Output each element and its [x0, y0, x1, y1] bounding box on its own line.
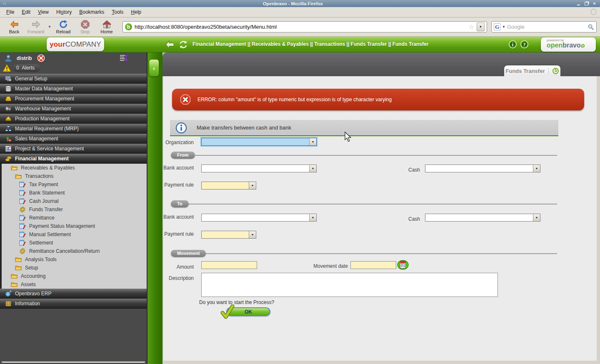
- sales-icon: %: [5, 135, 12, 142]
- project-icon: [5, 145, 12, 152]
- sidebar-item-label: Financial Management: [15, 156, 69, 162]
- sidebar-item-label: Material Requirement (MRP): [15, 126, 79, 132]
- sidebar-item-general-setup[interactable]: General Setup: [0, 74, 147, 84]
- url-dropdown-icon[interactable]: ▼: [477, 22, 485, 31]
- sidebar-item-production-management[interactable]: Production Management: [0, 114, 147, 124]
- info-icon[interactable]: i: [509, 40, 517, 48]
- sidebar-item-project-service-management[interactable]: Project & Service Management: [0, 144, 147, 154]
- error-icon: [180, 94, 191, 105]
- ok-button[interactable]: OK: [226, 307, 270, 316]
- sidebar-item-remittance[interactable]: Remittance: [0, 214, 147, 222]
- info-circle-icon: [175, 122, 187, 134]
- info-text: Make transfers between cash and bank: [197, 125, 291, 131]
- description-textarea[interactable]: [201, 273, 498, 297]
- sidebar-item-remittance-cancellation-return[interactable]: Remittance Cancellation/Return: [0, 247, 147, 255]
- sidebar-item-sales-management[interactable]: %Sales Management: [0, 134, 147, 144]
- chevron-down-icon: ▼: [309, 214, 316, 221]
- sidebar-item-label: Information: [15, 301, 40, 307]
- menu-file[interactable]: File: [2, 7, 18, 17]
- to-payment-rule-select[interactable]: ▼: [201, 231, 256, 239]
- restore-icon[interactable]: [584, 1, 589, 6]
- calendar-icon[interactable]: 31: [397, 260, 409, 270]
- warning-icon: [2, 64, 11, 72]
- financial-icon: [5, 155, 12, 162]
- form-icon: [19, 231, 26, 238]
- sidebar-item-label: Remittance: [29, 215, 55, 221]
- amount-input[interactable]: [201, 261, 257, 269]
- sidebar-item-openbravo-erp[interactable]: Openbravo ERP: [0, 289, 147, 299]
- search-icon[interactable]: [588, 24, 594, 30]
- sidebar-menu: General SetupMaster Data ManagementProcu…: [0, 74, 147, 309]
- sidebar-item-label: Sales Management: [15, 136, 58, 142]
- sidebar-item-assets[interactable]: Assets: [0, 280, 147, 289]
- to-bank-account-select[interactable]: ▼: [201, 214, 317, 222]
- menu-tools[interactable]: Tools: [108, 7, 127, 17]
- google-icon: G: [494, 23, 500, 30]
- sidebar-item-cash-journal[interactable]: Cash Journal: [0, 197, 147, 205]
- sidebar-item-financial-management[interactable]: Financial Management: [0, 154, 147, 164]
- sidebar-item-procurement-management[interactable]: Procurement Management: [0, 94, 147, 104]
- from-cash-select[interactable]: ▼: [425, 165, 540, 172]
- sidebar-scrollbar[interactable]: [2, 362, 145, 363]
- svg-text:%: %: [9, 139, 11, 142]
- menu-history[interactable]: History: [52, 7, 75, 17]
- sidebar-item-transactions[interactable]: Transactions: [0, 172, 147, 180]
- reload-button[interactable]: Reload: [52, 18, 74, 36]
- movement-date-input[interactable]: [350, 261, 396, 269]
- sidebar-item-receivables-payables[interactable]: Receivables & Payables: [0, 164, 147, 172]
- sidebar-item-funds-transfer[interactable]: Funds Transfer: [0, 205, 147, 214]
- bookmark-star-icon[interactable]: ☆: [469, 23, 474, 31]
- menu-bookmarks[interactable]: Bookmarks: [75, 7, 108, 17]
- refresh-icon[interactable]: [178, 40, 188, 49]
- from-bank-account-select[interactable]: ▼: [201, 165, 317, 172]
- to-payment-rule-label: Payment rule: [163, 231, 194, 238]
- sidebar-item-accounting[interactable]: Accounting: [0, 272, 147, 280]
- nav-back-icon[interactable]: [165, 40, 175, 49]
- minimize-icon[interactable]: [576, 1, 581, 6]
- sidebar-collapse-icon[interactable]: ‹: [149, 59, 159, 77]
- close-icon[interactable]: ×: [592, 1, 597, 6]
- sidebar-item-master-data-management[interactable]: Master Data Management: [0, 84, 147, 94]
- menu-edit[interactable]: Edit: [18, 7, 34, 17]
- section-movement: Movement: [171, 250, 206, 257]
- process-icon: [19, 248, 26, 254]
- sidebar-item-manual-settlement[interactable]: Manual Settlement: [0, 230, 147, 239]
- home-icon: [102, 20, 112, 29]
- mrp-icon: [5, 125, 12, 132]
- sidebar-item-material-requirement-mrp[interactable]: Material Requirement (MRP): [0, 124, 147, 134]
- sidebar-item-analysis-tools[interactable]: Analysis Tools: [0, 255, 147, 264]
- sidebar-item-settlement[interactable]: Settlement: [0, 239, 147, 247]
- search-input[interactable]: [507, 24, 586, 30]
- alerts-row[interactable]: 0 Alerts: [0, 63, 147, 73]
- sidebar-item-setup[interactable]: Setup: [0, 264, 147, 272]
- sidebar-item-payment-status-management[interactable]: Payment Status Management: [0, 222, 147, 230]
- site-favicon: b: [125, 23, 132, 30]
- folder-closed-icon: [11, 281, 18, 288]
- form-icon: [19, 239, 26, 246]
- history-dropdown-icon[interactable]: ▼: [47, 18, 52, 36]
- organization-label: Organization: [163, 139, 194, 146]
- chevron-down-icon: ▼: [249, 231, 256, 238]
- logout-close-icon[interactable]: [37, 54, 45, 62]
- section-from: From: [171, 152, 195, 159]
- menu-view[interactable]: View: [34, 7, 52, 17]
- process-icon: [19, 206, 26, 213]
- tab-funds-transfer[interactable]: Funds Transfer b: [504, 65, 560, 76]
- menu-help[interactable]: Help: [127, 7, 145, 17]
- help-icon[interactable]: ?: [520, 40, 528, 48]
- sidebar-item-tax-payment[interactable]: Tax Payment: [0, 180, 147, 189]
- organization-select[interactable]: ▼: [201, 138, 317, 146]
- sidebar-item-information[interactable]: Information: [0, 299, 147, 309]
- forward-button: Forward: [25, 18, 47, 36]
- back-button[interactable]: Back: [3, 18, 25, 36]
- sidebar-item-warehouse-management[interactable]: Warehouse Management: [0, 104, 147, 114]
- home-button[interactable]: Home: [96, 18, 118, 36]
- sidebar-item-label: Assets: [21, 282, 36, 287]
- sidebar-item-bank-statement[interactable]: Bank Statement: [0, 189, 147, 197]
- alerts-count: 0: [16, 65, 19, 71]
- url-input[interactable]: [135, 24, 466, 30]
- from-payment-rule-select[interactable]: ▼: [201, 182, 256, 189]
- menu-resize-icon[interactable]: [119, 54, 128, 63]
- to-cash-select[interactable]: ▼: [425, 214, 540, 222]
- search-engine-dropdown-icon[interactable]: ▼: [502, 25, 505, 29]
